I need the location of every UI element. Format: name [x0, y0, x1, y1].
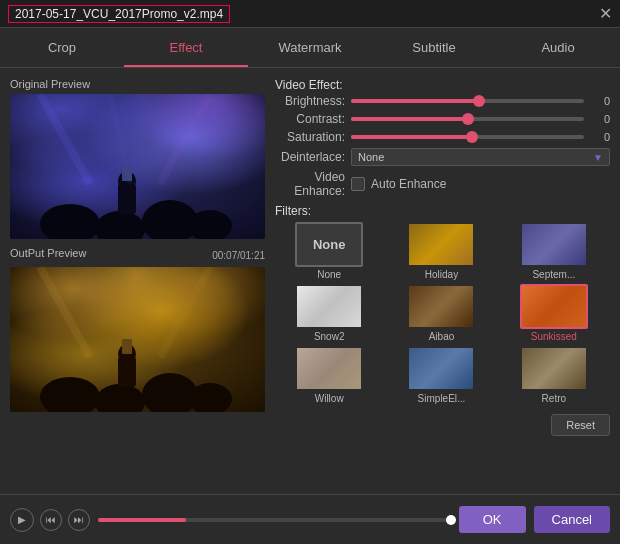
filter-img-holiday — [409, 224, 473, 265]
filename-label: 2017-05-17_VCU_2017Promo_v2.mp4 — [8, 5, 230, 23]
saturation-slider-wrap — [351, 135, 584, 139]
progress-bar[interactable] — [98, 518, 451, 522]
ok-button[interactable]: OK — [459, 506, 526, 533]
video-enhance-row: Video Enhance: Auto Enhance — [275, 170, 610, 198]
filter-thumb-retro[interactable] — [520, 346, 588, 391]
deinterlace-label: Deinterlace: — [275, 150, 345, 164]
filter-img-snow2 — [297, 286, 361, 327]
filter-label-none: None — [317, 269, 341, 280]
auto-enhance-label: Auto Enhance — [371, 177, 446, 191]
next-button[interactable]: ⏭ — [68, 509, 90, 531]
tab-crop[interactable]: Crop — [0, 28, 124, 67]
filter-thumb-septem[interactable] — [520, 222, 588, 267]
filter-grid: None None Holiday — [275, 222, 610, 404]
svg-line-19 — [40, 267, 90, 357]
saturation-fill — [351, 135, 472, 139]
filter-thumb-snow2[interactable] — [295, 284, 363, 329]
saturation-value: 0 — [590, 131, 610, 143]
svg-line-10 — [110, 94, 130, 184]
close-button[interactable]: ✕ — [599, 6, 612, 22]
filter-label-septem: Septem... — [532, 269, 575, 280]
filter-item-willow: Willow — [275, 346, 383, 404]
svg-point-1 — [95, 211, 145, 239]
filter-img-septem — [522, 224, 586, 265]
play-controls: ▶ ⏮ ⏭ — [10, 508, 90, 532]
video-enhance-label: Video Enhance: — [275, 170, 345, 198]
svg-line-20 — [160, 267, 210, 357]
filter-item-sunkissed: Sunkissed — [500, 284, 608, 342]
brightness-value: 0 — [590, 95, 610, 107]
saturation-row: Saturation: 0 — [275, 130, 610, 144]
tab-effect[interactable]: Effect — [124, 28, 248, 67]
original-preview-label: Original Preview — [10, 78, 265, 90]
brightness-fill — [351, 99, 479, 103]
output-time: 00:07/01:21 — [212, 250, 265, 261]
play-button[interactable]: ▶ — [10, 508, 34, 532]
filter-img-simple — [409, 348, 473, 389]
cancel-button[interactable]: Cancel — [534, 506, 610, 533]
reset-container: Reset — [275, 410, 610, 436]
concert-svg — [10, 94, 265, 239]
brightness-thumb — [473, 95, 485, 107]
filter-item-septem: Septem... — [500, 222, 608, 280]
saturation-label: Saturation: — [275, 130, 345, 144]
contrast-slider-wrap — [351, 117, 584, 121]
filter-label-simple: SimpleEl... — [418, 393, 466, 404]
contrast-fill — [351, 117, 468, 121]
reset-button[interactable]: Reset — [551, 414, 610, 436]
brightness-slider-wrap — [351, 99, 584, 103]
original-preview-image — [10, 94, 265, 239]
filter-img-willow — [297, 348, 361, 389]
tab-subtitle[interactable]: Subtitle — [372, 28, 496, 67]
filter-thumb-aibao[interactable] — [407, 284, 475, 329]
svg-line-9 — [160, 94, 210, 184]
progress-fill — [98, 518, 186, 522]
output-svg — [10, 267, 265, 412]
tab-bar: Crop Effect Watermark Subtitle Audio — [0, 28, 620, 68]
filter-item-holiday: Holiday — [387, 222, 495, 280]
brightness-label: Brightness: — [275, 94, 345, 108]
filters-section: Filters: None None Holiday — [275, 204, 610, 484]
filter-thumb-simple[interactable] — [407, 346, 475, 391]
svg-line-8 — [40, 94, 90, 184]
saturation-thumb — [466, 131, 478, 143]
svg-rect-18 — [122, 339, 132, 354]
svg-point-11 — [40, 377, 100, 412]
auto-enhance-checkbox[interactable] — [351, 177, 365, 191]
svg-point-13 — [142, 373, 198, 412]
filter-none-text: None — [313, 237, 346, 252]
action-buttons: OK Cancel — [459, 506, 610, 533]
output-preview-header: OutPut Preview 00:07/01:21 — [10, 247, 265, 263]
filters-label: Filters: — [275, 204, 610, 218]
prev-button[interactable]: ⏮ — [40, 509, 62, 531]
filter-thumb-sunkissed[interactable] — [520, 284, 588, 329]
bottom-bar: ▶ ⏮ ⏭ OK Cancel — [0, 494, 620, 544]
filter-label-sunkissed: Sunkissed — [531, 331, 577, 342]
filter-item-simple: SimpleEl... — [387, 346, 495, 404]
svg-point-0 — [40, 204, 100, 239]
filter-item-aibao: Aibao — [387, 284, 495, 342]
svg-point-2 — [142, 200, 198, 239]
deinterlace-select[interactable]: None ▼ — [351, 148, 610, 166]
filter-thumb-willow[interactable] — [295, 346, 363, 391]
filter-img-sunkissed — [522, 286, 586, 327]
filter-label-holiday: Holiday — [425, 269, 458, 280]
filter-thumb-none[interactable]: None — [295, 222, 363, 267]
next-icon: ⏭ — [74, 514, 84, 525]
progress-thumb — [446, 515, 456, 525]
tab-audio[interactable]: Audio — [496, 28, 620, 67]
contrast-row: Contrast: 0 — [275, 112, 610, 126]
output-preview — [10, 267, 265, 412]
contrast-label: Contrast: — [275, 112, 345, 126]
prev-icon: ⏮ — [46, 514, 56, 525]
brightness-slider[interactable] — [351, 99, 584, 103]
filter-item-none: None None — [275, 222, 383, 280]
tab-watermark[interactable]: Watermark — [248, 28, 372, 67]
video-effect-title: Video Effect: — [275, 78, 610, 92]
saturation-slider[interactable] — [351, 135, 584, 139]
contrast-slider[interactable] — [351, 117, 584, 121]
chevron-down-icon: ▼ — [593, 152, 603, 163]
svg-point-12 — [95, 384, 145, 412]
filter-thumb-holiday[interactable] — [407, 222, 475, 267]
brightness-row: Brightness: 0 — [275, 94, 610, 108]
